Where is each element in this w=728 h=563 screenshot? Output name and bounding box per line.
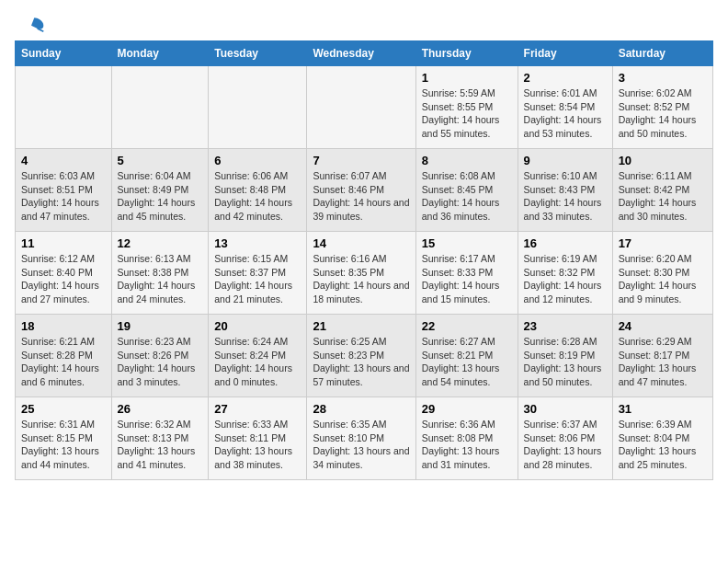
day-info: Sunrise: 6:39 AM: [619, 418, 707, 431]
calendar-cell: 30Sunrise: 6:37 AMSunset: 8:06 PMDayligh…: [518, 397, 612, 480]
calendar-cell: 28Sunrise: 6:35 AMSunset: 8:10 PMDayligh…: [307, 397, 415, 480]
day-info: Daylight: 14 hours and 30 minutes.: [619, 196, 707, 223]
calendar-table: SundayMondayTuesdayWednesdayThursdayFrid…: [15, 40, 713, 480]
day-info: Sunrise: 6:04 AM: [118, 169, 203, 183]
day-info: Daylight: 14 hours and 18 minutes.: [313, 279, 409, 305]
day-info: Sunset: 8:28 PM: [21, 349, 106, 362]
day-info: Sunrise: 6:11 AM: [619, 169, 707, 183]
calendar-cell: 31Sunrise: 6:39 AMSunset: 8:04 PMDayligh…: [612, 397, 712, 480]
day-number: 30: [524, 402, 607, 416]
day-info: Daylight: 14 hours and 47 minutes.: [21, 196, 106, 223]
day-info: Sunset: 8:24 PM: [214, 349, 301, 362]
day-info: Sunrise: 6:03 AM: [21, 169, 106, 183]
day-info: Daylight: 14 hours and 33 minutes.: [524, 196, 607, 223]
day-info: Daylight: 13 hours and 57 minutes.: [313, 362, 409, 388]
day-info: Sunrise: 6:12 AM: [21, 252, 106, 266]
calendar-cell: 14Sunrise: 6:16 AMSunset: 8:35 PMDayligh…: [307, 232, 415, 315]
day-info: Sunset: 8:10 PM: [313, 431, 409, 445]
day-number: 4: [21, 154, 106, 167]
day-info: Daylight: 14 hours and 9 minutes.: [619, 279, 707, 305]
calendar-cell: 23Sunrise: 6:28 AMSunset: 8:19 PMDayligh…: [518, 315, 612, 397]
week-row-4: 18Sunrise: 6:21 AMSunset: 8:28 PMDayligh…: [16, 315, 713, 397]
day-info: Daylight: 13 hours and 50 minutes.: [524, 362, 607, 388]
day-info: Sunset: 8:46 PM: [313, 183, 409, 197]
day-number: 27: [214, 402, 301, 416]
day-number: 6: [214, 154, 301, 167]
calendar-cell: 24Sunrise: 6:29 AMSunset: 8:17 PMDayligh…: [612, 315, 712, 397]
day-info: Daylight: 13 hours and 47 minutes.: [619, 362, 707, 388]
column-header-sunday: Sunday: [16, 41, 112, 66]
day-info: Sunrise: 6:36 AM: [422, 418, 512, 431]
calendar-cell: 3Sunrise: 6:02 AMSunset: 8:52 PMDaylight…: [612, 66, 712, 149]
day-number: 13: [214, 236, 301, 250]
day-info: Sunset: 8:45 PM: [422, 183, 512, 197]
calendar-cell: 7Sunrise: 6:07 AMSunset: 8:46 PMDaylight…: [307, 149, 415, 232]
day-number: 2: [524, 71, 607, 85]
calendar-cell: 22Sunrise: 6:27 AMSunset: 8:21 PMDayligh…: [415, 315, 518, 397]
day-info: Daylight: 14 hours and 24 minutes.: [118, 279, 203, 305]
day-number: 23: [524, 319, 607, 333]
day-info: Daylight: 14 hours and 6 minutes.: [21, 362, 106, 388]
day-info: Sunset: 8:43 PM: [524, 183, 607, 197]
week-row-5: 25Sunrise: 6:31 AMSunset: 8:15 PMDayligh…: [16, 397, 713, 480]
day-info: Sunset: 8:17 PM: [619, 349, 707, 362]
calendar-cell: [307, 66, 415, 149]
day-info: Daylight: 14 hours and 27 minutes.: [21, 279, 106, 305]
day-info: Sunrise: 6:13 AM: [118, 252, 203, 266]
day-number: 19: [118, 319, 203, 333]
day-info: Sunset: 8:06 PM: [524, 431, 607, 445]
day-info: Sunrise: 5:59 AM: [422, 86, 512, 100]
day-info: Daylight: 13 hours and 28 minutes.: [524, 444, 607, 471]
calendar-cell: 18Sunrise: 6:21 AMSunset: 8:28 PMDayligh…: [16, 315, 112, 397]
calendar-cell: 1Sunrise: 5:59 AMSunset: 8:55 PMDaylight…: [415, 66, 518, 149]
day-info: Sunrise: 6:29 AM: [619, 335, 707, 349]
day-info: Sunrise: 6:23 AM: [118, 335, 203, 349]
week-row-3: 11Sunrise: 6:12 AMSunset: 8:40 PMDayligh…: [16, 232, 713, 315]
calendar-cell: 15Sunrise: 6:17 AMSunset: 8:33 PMDayligh…: [415, 232, 518, 315]
day-info: Daylight: 14 hours and 55 minutes.: [422, 113, 512, 140]
calendar-cell: 4Sunrise: 6:03 AMSunset: 8:51 PMDaylight…: [16, 149, 112, 232]
day-info: Sunrise: 6:27 AM: [422, 335, 512, 349]
day-number: 25: [21, 402, 106, 416]
day-number: 20: [214, 319, 301, 333]
day-number: 22: [422, 319, 512, 333]
day-info: Sunrise: 6:02 AM: [619, 86, 707, 100]
column-header-tuesday: Tuesday: [209, 41, 307, 66]
day-info: Daylight: 13 hours and 54 minutes.: [422, 362, 512, 388]
calendar-cell: 5Sunrise: 6:04 AMSunset: 8:49 PMDaylight…: [111, 149, 209, 232]
day-info: Sunset: 8:08 PM: [422, 431, 512, 445]
week-row-2: 4Sunrise: 6:03 AMSunset: 8:51 PMDaylight…: [16, 149, 713, 232]
day-info: Daylight: 14 hours and 21 minutes.: [214, 279, 301, 305]
day-info: Sunset: 8:30 PM: [619, 266, 707, 280]
day-info: Sunset: 8:52 PM: [619, 100, 707, 114]
day-number: 5: [118, 154, 203, 167]
day-info: Daylight: 13 hours and 34 minutes.: [313, 444, 409, 471]
day-info: Daylight: 14 hours and 0 minutes.: [214, 362, 301, 388]
day-number: 11: [21, 236, 106, 250]
day-info: Sunrise: 6:19 AM: [524, 252, 607, 266]
day-info: Sunrise: 6:21 AM: [21, 335, 106, 349]
column-header-monday: Monday: [111, 41, 209, 66]
calendar-cell: 10Sunrise: 6:11 AMSunset: 8:42 PMDayligh…: [612, 149, 712, 232]
day-number: 16: [524, 236, 607, 250]
day-number: 15: [422, 236, 512, 250]
day-info: Sunset: 8:04 PM: [619, 431, 707, 445]
day-info: Sunrise: 6:08 AM: [422, 169, 512, 183]
day-info: Sunset: 8:42 PM: [619, 183, 707, 197]
day-info: Daylight: 14 hours and 3 minutes.: [118, 362, 203, 388]
week-row-1: 1Sunrise: 5:59 AMSunset: 8:55 PMDaylight…: [16, 66, 713, 149]
day-number: 17: [619, 236, 707, 250]
day-info: Sunset: 8:19 PM: [524, 349, 607, 362]
day-number: 31: [619, 402, 707, 416]
day-info: Daylight: 13 hours and 38 minutes.: [214, 444, 301, 471]
header-row: SundayMondayTuesdayWednesdayThursdayFrid…: [16, 41, 713, 66]
day-info: Sunrise: 6:28 AM: [524, 335, 607, 349]
calendar-cell: 29Sunrise: 6:36 AMSunset: 8:08 PMDayligh…: [415, 397, 518, 480]
day-info: Sunset: 8:21 PM: [422, 349, 512, 362]
day-info: Sunset: 8:55 PM: [422, 100, 512, 114]
day-number: 14: [313, 236, 409, 250]
day-info: Sunrise: 6:20 AM: [619, 252, 707, 266]
day-info: Sunset: 8:38 PM: [118, 266, 203, 280]
day-info: Sunset: 8:15 PM: [21, 431, 106, 445]
day-info: Daylight: 14 hours and 45 minutes.: [118, 196, 203, 223]
